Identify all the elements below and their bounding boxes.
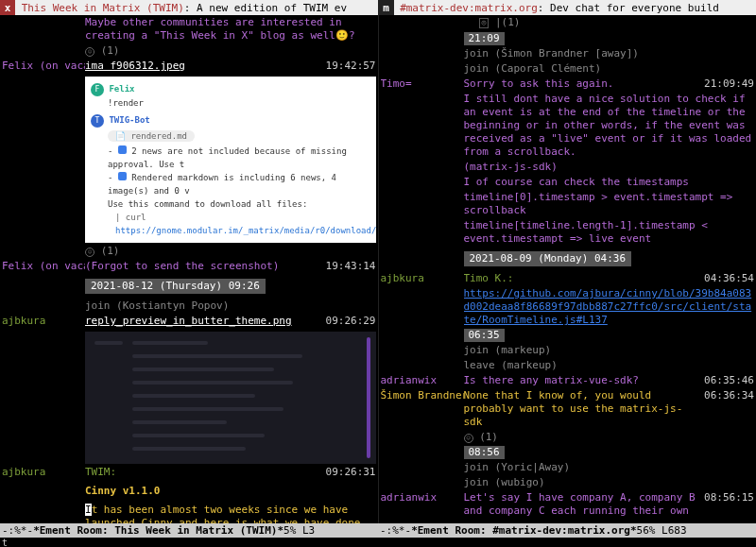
reply-preview-image[interactable] [85,332,376,464]
forgot-msg: (Forgot to send the screenshot) [85,260,319,273]
sender-adrianwix-2: adrianwix [381,491,464,518]
timestamp: 06:35:46 [697,374,754,387]
timo-msg-1: I still dont have a nice solution to che… [464,93,755,159]
timestamp: 21:09:49 [697,77,754,91]
timestamp: 04:36:54 [697,272,754,285]
cinny-heading: Cinny v1.1.0 [85,485,376,498]
timestamp: 09:26:29 [319,315,376,328]
right-pane: m #matrix-dev:matrix.org: Dev chat for e… [379,0,757,523]
timestamp: 09:26:31 [319,466,376,479]
sender-timo: Timo= [381,77,464,91]
timestamp: 06:36:34 [697,389,754,429]
timo-msg-2: (matrix-js-sdk) [464,161,755,174]
left-modeline: -:%*- *Ement Room: This Week in Matrix (… [0,523,378,538]
timestamp: 19:43:14 [319,260,376,273]
sender-ajbkura: ajbkura [2,315,85,328]
reply-image-name: reply_preview_in_butter_theme.png [85,315,319,328]
sender-ajbkura-2: ajbkura [2,466,85,479]
timo-msg-4: timeline[0].timestamp > event.timestampt… [464,191,755,217]
simon-answer: None that I know of, you would probably … [464,389,698,429]
left-pane: x This Week in Matrix (TWIM): A new edit… [0,0,378,523]
timok-ref: Timo K.: [464,272,698,285]
left-content[interactable]: Maybe other communities are interested i… [0,15,378,523]
sender-felix: Felix (on vaca [2,60,85,73]
sender-adrianwix: adrianwix [381,374,464,387]
simon-reaction: ☺ (1) [464,431,755,444]
join-event: join (markeup) [464,344,755,357]
left-tab-bar[interactable]: x This Week in Matrix (TWIM): A new edit… [0,0,378,15]
image-filename: ima f906312.jpeg [85,60,319,73]
join-event: join (Yoric|Away) [464,461,755,474]
rendered-card-image[interactable]: F Felix !render T TWIG-Bot 📄 rendered.md… [85,77,376,243]
sender-felix-2: Felix (on vaca [2,260,85,273]
join-event: join (Šimon Brandner [away]) [464,47,755,60]
timo-msg-0: Sorry to ask this again. [464,77,698,91]
time-divider: 06:35 [464,329,505,342]
adrian-msg-2: Let's say I have company A, company B an… [464,491,698,518]
date-divider: 2021-08-12 (Thursday) 09:26 [85,279,266,294]
prev-reaction: ☺ (1) [85,44,376,58]
right-tab-bar[interactable]: m #matrix-dev:matrix.org: Dev chat for e… [379,0,757,15]
minibuffer[interactable]: t [0,538,756,547]
right-modeline: -:%*- *Ement Room: #matrix-dev:matrix.or… [378,523,756,538]
right-content[interactable]: ☺ |(1) 21:09 join (Šimon Brandner [away]… [379,15,757,523]
join-event: join (Kostiantyn Popov) [85,299,376,313]
left-tab-text: This Week in Matrix (TWIM): A new editio… [15,2,347,14]
time-divider: 21:09 [464,32,505,45]
date-divider: 2021-08-09 (Monday) 04:36 [464,251,632,266]
cinny-body: It has been almost two weeks since we ha… [85,504,376,523]
join-event: join (Caporal Clément) [464,62,755,76]
timo-msg-3: I of course can check the timestamps [464,176,755,189]
join-event: join (wubigo) [464,476,755,489]
img-reaction: ☺ (1) [85,245,376,258]
timo-msg-5: timeline[timeline.length-1].timestamp < … [464,219,755,246]
prev-reaction: ☺ |(1) [464,16,755,30]
github-link[interactable]: https://github.com/ajbura/cinny/blob/39b… [464,287,755,327]
timestamp: 08:56:15 [697,491,754,518]
matrix-tab-icon: m [379,0,394,15]
timestamp: 19:42:57 [319,60,376,73]
time-divider: 08:56 [464,446,505,459]
right-tab-text: #matrix-dev:matrix.org: Dev chat for eve… [394,2,719,14]
adrian-question: Is there any matrix-vue-sdk? [464,374,698,387]
twim-heading: TWIM: [85,466,319,479]
twim-tab-icon: x [0,0,15,15]
prev-message: Maybe other communities are interested i… [85,16,376,43]
leave-event: leave (markeup) [464,359,755,372]
sender-simon: Šimon Brandner [381,389,464,429]
sender-ajbkura: ajbkura [381,272,464,285]
